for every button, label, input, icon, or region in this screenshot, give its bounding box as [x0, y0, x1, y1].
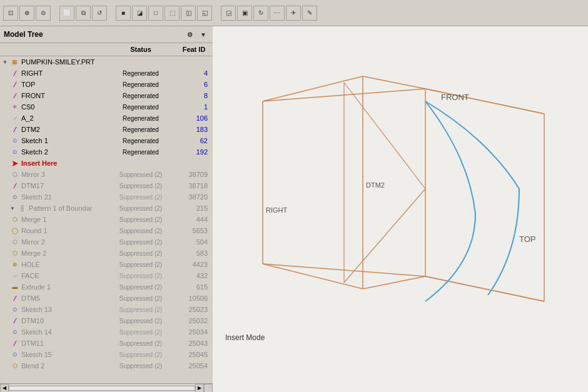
tree-cell-name: ⊚HOLE [0, 259, 106, 269]
tree-row[interactable]: /DTM5Suppressed (2)10506 [0, 293, 213, 304]
tree-cell-feat-id: 5653 [175, 227, 213, 234]
tree-cell-feat-id: 4 [175, 69, 213, 77]
tree-row[interactable]: /TOPRegenerated6 [0, 79, 213, 90]
tree-item-label: Round 1 [21, 227, 48, 234]
collapse-icon[interactable]: ▼ [3, 59, 8, 65]
tree-row[interactable]: /FRONTRegenerated8 [0, 90, 213, 101]
tree-cell-name: ▼▦PUMPKIN-SMILEY.PRT [0, 57, 106, 67]
tree-row[interactable]: /DTM17Suppressed (2)38718 [0, 180, 213, 191]
tree-cell-name: ⊙Sketch 21 [0, 192, 106, 202]
merge-icon: ⬡ [10, 214, 20, 224]
tree-cell-name: /DTM17 [0, 181, 106, 191]
tree-item-label: FRONT [21, 92, 45, 99]
view-orient-button[interactable]: ◲ [221, 6, 236, 21]
tree-item-label: Merge 2 [21, 249, 46, 257]
scroll-right-button[interactable]: ▶ [195, 384, 204, 393]
tree-row[interactable]: ➤Insert Here [0, 158, 213, 169]
tree-settings-icon[interactable]: ⚙ [184, 29, 195, 40]
toolbar-group-2: ⬜ ⧉ ↺ [59, 5, 108, 21]
tree-cell-feat-id: 6 [175, 81, 213, 88]
datum-plane-icon: / [8, 181, 22, 191]
perspective-button[interactable]: ◱ [197, 6, 212, 21]
svg-line-15 [344, 189, 425, 283]
tree-row[interactable]: ✳CS0Regenerated1 [0, 101, 213, 113]
tree-row[interactable]: ⬡Mirror 2Suppressed (2)504 [0, 236, 213, 248]
tree-cell-feat-id: 25043 [175, 339, 213, 347]
tree-row[interactable]: /DTM2Regenerated183 [0, 124, 213, 135]
toolbar-group-view: ◲ ▣ ↻ ⋯ ✈ ✎ [220, 5, 318, 21]
horizontal-scrollbar[interactable]: ◀ ▶ [0, 383, 213, 392]
repaint-button[interactable]: ↺ [92, 6, 107, 21]
tree-cell-name: ⊙Sketch 14 [0, 327, 106, 337]
tree-cell-name: ⊙Sketch 1 [0, 136, 106, 146]
viewport[interactable]: FRONT DTM2 RIGHT TOP Insert Mode [213, 26, 588, 392]
tree-rows-area[interactable]: ▼▦PUMPKIN-SMILEY.PRT/RIGHTRegenerated4/T… [0, 56, 213, 383]
fly-button[interactable]: ✈ [286, 6, 301, 21]
round-icon: ◯ [10, 226, 20, 236]
tree-row[interactable]: ⬡Merge 2Suppressed (2)583 [0, 248, 213, 259]
tree-cell-feat-id: 25032 [175, 317, 213, 324]
tree-row[interactable]: ⊙Sketch 15Suppressed (2)25045 [0, 349, 213, 360]
tree-item-label: Merge 1 [21, 216, 46, 223]
toolbar-group-shading: ■ ◪ □ ⬚ ◫ ◱ [115, 5, 213, 21]
annotate-button[interactable]: ✎ [302, 6, 317, 21]
tree-cell-status: Suppressed (2) [106, 284, 175, 291]
tree-cell-name: ⬡Blend 2 [0, 361, 106, 371]
tree-cell-name: ➤Insert Here [0, 158, 106, 168]
tree-cell-name: /DTM11 [0, 338, 106, 348]
tree-row[interactable]: ⊚HOLESuppressed (2)4423 [0, 259, 213, 270]
tree-cell-status: Suppressed (2) [106, 273, 175, 279]
tree-cell-status: Suppressed (2) [106, 216, 175, 223]
scroll-left-button[interactable]: ◀ [0, 384, 9, 393]
tree-row[interactable]: /DTM10Suppressed (2)25032 [0, 315, 213, 326]
tree-row[interactable]: ⊙Sketch 2Regenerated192 [0, 146, 213, 158]
tree-row[interactable]: ⬡Blend 2Suppressed (2)25054 [0, 360, 213, 371]
tree-row[interactable]: ⊙Sketch 21Suppressed (2)38720 [0, 191, 213, 203]
no-hidden-button[interactable]: □ [148, 6, 163, 21]
tree-item-label: A_2 [21, 114, 34, 122]
scroll-track[interactable] [9, 386, 195, 391]
zoom-out-button[interactable]: ⊖ [36, 6, 51, 21]
tree-row[interactable]: ⟋A_2Regenerated106 [0, 113, 213, 124]
tree-row[interactable]: ⬡Mirror 3Suppressed (2)38709 [0, 169, 213, 180]
zoom-in-button[interactable]: ⊕ [19, 6, 34, 21]
zoom-window-button[interactable]: ⬜ [59, 6, 74, 21]
more-views-button[interactable]: ⋯ [270, 6, 285, 21]
tree-cell-name: ⟋A_2 [0, 113, 106, 123]
sketch-icon: ⊙ [10, 147, 20, 157]
saved-views-button[interactable]: ▣ [237, 6, 252, 21]
tree-cell-status: Suppressed (2) [106, 194, 175, 201]
tree-expand-icon[interactable]: ▼ [198, 29, 209, 40]
orient-button[interactable]: ⧉ [76, 6, 91, 21]
tree-cell-feat-id: 1 [175, 103, 213, 111]
main-area: Model Tree ⚙ ▼ Status Feat ID ▼▦PUMPKIN-… [0, 26, 588, 392]
blend-icon: ⬡ [10, 361, 20, 371]
tree-cell-name: ⬡Merge 1 [0, 214, 106, 224]
tree-cell-name: ▬Extrude 1 [0, 282, 106, 292]
shading-edges-button[interactable]: ◪ [132, 6, 147, 21]
wireframe-button[interactable]: ◫ [181, 6, 196, 21]
model-tree-header: Model Tree ⚙ ▼ [0, 26, 213, 43]
tree-row[interactable]: ▼⣿Pattern 1 of BoundarSuppressed (2)215 [0, 203, 213, 214]
col-feat-id[interactable]: Feat ID [175, 44, 213, 54]
tree-row[interactable]: ⊙Sketch 13Suppressed (2)25023 [0, 304, 213, 315]
tree-cell-status: Suppressed (2) [106, 306, 175, 313]
tree-row[interactable]: ⊙Sketch 1Regenerated62 [0, 135, 213, 146]
tree-row[interactable]: /RIGHTRegenerated4 [0, 68, 213, 79]
zoom-fit-button[interactable]: ⊡ [3, 6, 18, 21]
tree-row[interactable]: ⬡Merge 1Suppressed (2)444 [0, 214, 213, 225]
collapse-icon[interactable]: ▼ [10, 206, 15, 211]
spin-3d-button[interactable]: ↻ [253, 6, 268, 21]
tree-item-label: DTM11 [21, 339, 44, 347]
left-panel: Model Tree ⚙ ▼ Status Feat ID ▼▦PUMPKIN-… [0, 26, 213, 392]
tree-row[interactable]: ▱FACESuppressed (2)432 [0, 270, 213, 281]
tree-row[interactable]: ⊙Sketch 14Suppressed (2)25034 [0, 326, 213, 338]
tree-row[interactable]: ◯Round 1Suppressed (2)5653 [0, 225, 213, 236]
tree-cell-feat-id: 10506 [175, 294, 213, 302]
tree-row[interactable]: ▬Extrude 1Suppressed (2)615 [0, 281, 213, 293]
tree-row[interactable]: /DTM11Suppressed (2)25043 [0, 338, 213, 349]
shading-button[interactable]: ■ [116, 6, 131, 21]
tree-row[interactable]: ▼▦PUMPKIN-SMILEY.PRT [0, 56, 213, 68]
tree-cell-status: Regenerated [106, 115, 175, 122]
hidden-gray-button[interactable]: ⬚ [165, 6, 180, 21]
